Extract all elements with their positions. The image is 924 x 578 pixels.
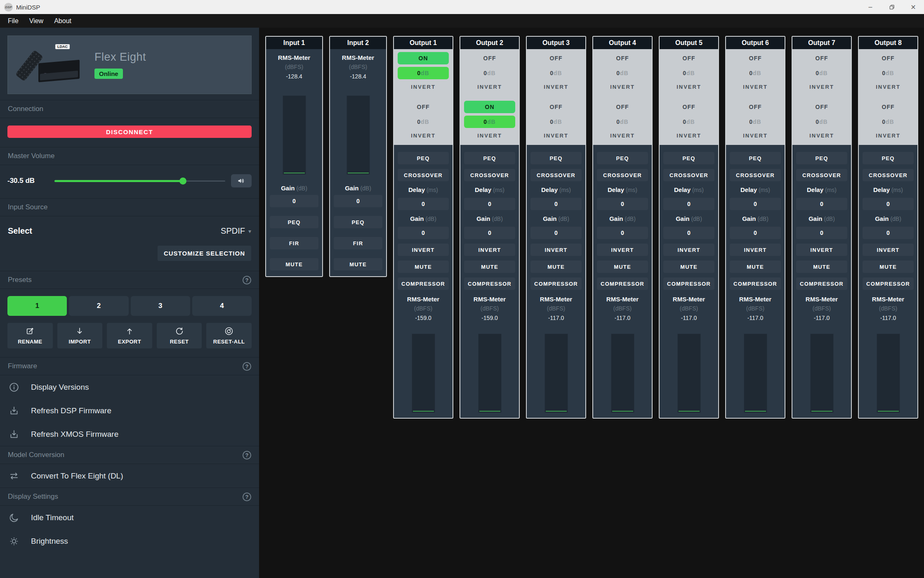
peq-button[interactable]: PEQ: [730, 152, 781, 164]
peq-button[interactable]: PEQ: [334, 216, 382, 228]
menu-view[interactable]: View: [24, 14, 49, 28]
route-gain-button[interactable]: 0dB: [529, 116, 583, 128]
route-invert-button[interactable]: INVERT: [529, 83, 583, 91]
crossover-button[interactable]: CROSSOVER: [398, 169, 449, 181]
preset-1-button[interactable]: 1: [7, 296, 67, 316]
model-conversion-help-icon[interactable]: ?: [243, 451, 251, 460]
compressor-button[interactable]: COMPRESSOR: [398, 277, 449, 290]
customize-selection-button[interactable]: CUSTOMIZE SELECTION: [158, 246, 251, 261]
route-invert-button[interactable]: INVERT: [861, 131, 915, 140]
route-gain-button[interactable]: 0dB: [398, 67, 449, 79]
firmware-help-icon[interactable]: ?: [243, 362, 251, 371]
route-invert-button[interactable]: INVERT: [596, 83, 649, 91]
compressor-button[interactable]: COMPRESSOR: [597, 277, 648, 290]
route-invert-button[interactable]: INVERT: [529, 131, 583, 140]
display-versions-item[interactable]: Display Versions: [0, 375, 259, 399]
route-gain-button[interactable]: 0dB: [596, 67, 649, 79]
import-button[interactable]: IMPORT: [57, 323, 103, 348]
route-on-button[interactable]: ON: [398, 52, 449, 64]
mute-button[interactable]: MUTE: [398, 261, 449, 273]
preset-2-button[interactable]: 2: [69, 296, 128, 316]
route-gain-button[interactable]: 0dB: [463, 67, 516, 79]
route-invert-button[interactable]: INVERT: [396, 83, 450, 91]
gain-value-button[interactable]: 0: [398, 227, 449, 239]
mute-button[interactable]: MUTE: [597, 261, 648, 273]
route-invert-button[interactable]: INVERT: [662, 83, 716, 91]
volume-slider[interactable]: [54, 177, 225, 185]
crossover-button[interactable]: CROSSOVER: [796, 169, 847, 181]
gain-value-button[interactable]: 0: [334, 195, 382, 207]
route-off-button[interactable]: OFF: [795, 52, 849, 64]
invert-button[interactable]: INVERT: [530, 244, 582, 256]
menu-about[interactable]: About: [49, 14, 77, 28]
convert-model-item[interactable]: Convert To Flex Eight (DL): [0, 464, 259, 488]
refresh-xmos-firmware-item[interactable]: Refresh XMOS Firmware: [0, 422, 259, 446]
route-invert-button[interactable]: INVERT: [728, 83, 782, 91]
restore-button[interactable]: [881, 0, 903, 14]
gain-value-button[interactable]: 0: [863, 227, 914, 239]
compressor-button[interactable]: COMPRESSOR: [663, 277, 714, 290]
preset-3-button[interactable]: 3: [131, 296, 190, 316]
route-invert-button[interactable]: INVERT: [861, 83, 915, 91]
peq-button[interactable]: PEQ: [270, 216, 318, 228]
refresh-dsp-firmware-item[interactable]: Refresh DSP Firmware: [0, 399, 259, 422]
delay-value-button[interactable]: 0: [530, 198, 582, 210]
disconnect-button[interactable]: DISCONNECT: [7, 126, 252, 138]
crossover-button[interactable]: CROSSOVER: [663, 169, 714, 181]
compressor-button[interactable]: COMPRESSOR: [730, 277, 781, 290]
gain-value-button[interactable]: 0: [597, 227, 648, 239]
route-off-button[interactable]: OFF: [861, 101, 915, 113]
peq-button[interactable]: PEQ: [863, 152, 914, 164]
route-invert-button[interactable]: INVERT: [463, 131, 516, 140]
route-invert-button[interactable]: INVERT: [795, 131, 849, 140]
display-settings-help-icon[interactable]: ?: [243, 493, 251, 501]
input-source-dropdown[interactable]: SPDIF ▾: [221, 226, 251, 236]
menu-file[interactable]: File: [2, 14, 24, 28]
route-on-button[interactable]: ON: [464, 101, 515, 113]
route-off-button[interactable]: OFF: [795, 101, 849, 113]
peq-button[interactable]: PEQ: [398, 152, 449, 164]
route-off-button[interactable]: OFF: [596, 52, 649, 64]
route-gain-button[interactable]: 0dB: [795, 116, 849, 128]
route-gain-button[interactable]: 0dB: [396, 116, 450, 128]
delay-value-button[interactable]: 0: [863, 198, 914, 210]
route-gain-button[interactable]: 0dB: [662, 67, 716, 79]
reset-all-button[interactable]: RESET-ALL: [206, 323, 252, 348]
mute-button[interactable]: MUTE: [530, 261, 582, 273]
route-off-button[interactable]: OFF: [396, 101, 450, 113]
invert-button[interactable]: INVERT: [597, 244, 648, 256]
crossover-button[interactable]: CROSSOVER: [464, 169, 515, 181]
route-gain-button[interactable]: 0dB: [861, 116, 915, 128]
route-invert-button[interactable]: INVERT: [795, 83, 849, 91]
invert-button[interactable]: INVERT: [464, 244, 515, 256]
export-button[interactable]: EXPORT: [107, 323, 152, 348]
route-gain-button[interactable]: 0dB: [529, 67, 583, 79]
gain-value-button[interactable]: 0: [530, 227, 582, 239]
volume-mute-button[interactable]: [231, 174, 252, 187]
route-off-button[interactable]: OFF: [463, 52, 516, 64]
compressor-button[interactable]: COMPRESSOR: [863, 277, 914, 290]
reset-button[interactable]: RESET: [157, 323, 202, 348]
crossover-button[interactable]: CROSSOVER: [597, 169, 648, 181]
peq-button[interactable]: PEQ: [530, 152, 582, 164]
route-gain-button[interactable]: 0dB: [795, 67, 849, 79]
delay-value-button[interactable]: 0: [464, 198, 515, 210]
gain-value-button[interactable]: 0: [464, 227, 515, 239]
gain-value-button[interactable]: 0: [663, 227, 714, 239]
delay-value-button[interactable]: 0: [796, 198, 847, 210]
route-off-button[interactable]: OFF: [529, 52, 583, 64]
route-off-button[interactable]: OFF: [596, 101, 649, 113]
mute-button[interactable]: MUTE: [270, 258, 318, 270]
invert-button[interactable]: INVERT: [663, 244, 714, 256]
invert-button[interactable]: INVERT: [863, 244, 914, 256]
rename-button[interactable]: RENAME: [7, 323, 53, 348]
route-gain-button[interactable]: 0dB: [861, 67, 915, 79]
fir-button[interactable]: FIR: [334, 237, 382, 249]
gain-value-button[interactable]: 0: [796, 227, 847, 239]
fir-button[interactable]: FIR: [270, 237, 318, 249]
route-invert-button[interactable]: INVERT: [662, 131, 716, 140]
peq-button[interactable]: PEQ: [663, 152, 714, 164]
mute-button[interactable]: MUTE: [663, 261, 714, 273]
route-gain-button[interactable]: 0dB: [728, 116, 782, 128]
route-off-button[interactable]: OFF: [529, 101, 583, 113]
